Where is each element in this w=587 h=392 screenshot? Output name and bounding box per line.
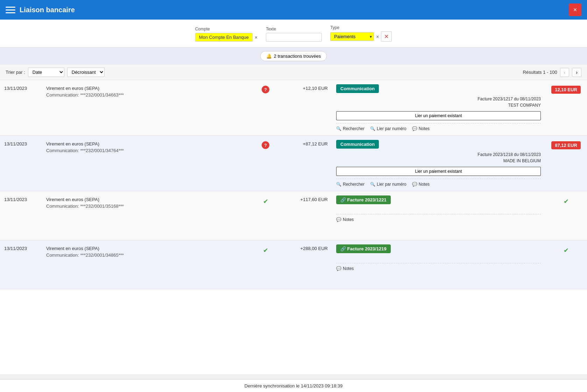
transaction-desc: Virement en euros (SEPA) Communication: … — [42, 240, 255, 289]
search-icon: 🔍 — [336, 126, 341, 131]
transaction-middle: 🔗 Facture 2023/1221 💬 Notes — [332, 191, 545, 240]
header-left: Liaison bancaire — [6, 5, 75, 15]
link-icon: 🔍 — [370, 182, 375, 187]
transaction-middle: 🔗 Facture 2023/1219 💬 Notes — [332, 240, 545, 289]
link-payment-button[interactable]: Lier un paiement existant — [336, 167, 541, 176]
invoice-info: Facture 2023/1218 du 08/11/2023MADE IN B… — [336, 151, 541, 164]
type-label: Type — [330, 25, 392, 30]
table-row: 13/11/2023 Virement en euros (SEPA) Comm… — [0, 240, 587, 289]
results-info: Résultats 1 - 100 — [523, 70, 557, 75]
sort-right: Résultats 1 - 100 ‹ › — [523, 68, 581, 77]
desc-comm: Communication: ***232/0001/34764*** — [46, 148, 251, 153]
status-col: ✔ — [545, 240, 587, 289]
invoice-info: Facture 2023/1217 du 08/11/2023TEST COMP… — [336, 96, 541, 108]
notes-button[interactable]: 💬 Notes — [412, 182, 430, 187]
invoice-badge[interactable]: 🔗 Facture 2023/1219 — [336, 244, 391, 253]
communication-badge: Communication — [336, 140, 379, 149]
bell-icon: 🔔 — [266, 54, 272, 59]
next-page-button[interactable]: › — [572, 68, 581, 77]
transaction-amount: +288,00 EUR — [276, 240, 332, 289]
status-check-icon: ✔ — [564, 198, 569, 205]
action-row: 🔍 Rechercher 🔍 Lier par numéro 💬 Notes — [336, 179, 541, 187]
action-row: 💬 Notes — [336, 263, 541, 271]
notes-icon: 💬 — [412, 126, 417, 131]
trier-par-label: Trier par : — [6, 70, 25, 75]
link-icon: 🔍 — [370, 126, 375, 131]
search-icon: 🔍 — [336, 182, 341, 187]
desc-comm: Communication: ***232/0001/35168*** — [46, 204, 251, 209]
compte-filter-group: Compte Mon Compte En Banque × — [195, 27, 258, 42]
amount-badge: 12,10 EUR — [551, 86, 581, 94]
transaction-middle: Communication Facture 2023/1218 du 08/11… — [332, 136, 545, 191]
action-row: 🔍 Rechercher 🔍 Lier par numéro 💬 Notes — [336, 123, 541, 131]
transaction-desc: Virement en euros (SEPA) Communication: … — [42, 191, 255, 240]
transaction-date: 13/11/2023 — [0, 80, 42, 135]
results-bar: 🔔 2 transactions trouvées — [0, 48, 587, 65]
status-icon-col: ? — [255, 80, 276, 135]
rechercher-button[interactable]: 🔍 Rechercher — [336, 182, 365, 187]
texte-input[interactable] — [266, 33, 322, 42]
desc-comm: Communication: ***232/0001/34865*** — [46, 252, 251, 258]
results-summary-button[interactable]: 🔔 2 transactions trouvées — [260, 51, 327, 61]
close-button[interactable]: × — [569, 3, 581, 16]
type-clear-red-button[interactable]: ✕ — [381, 31, 392, 42]
app-header: Liaison bancaire × — [0, 0, 587, 20]
action-row: 💬 Notes — [336, 214, 541, 222]
question-icon[interactable]: ? — [262, 141, 269, 149]
filters-section: Compte Mon Compte En Banque × Texte Type… — [0, 20, 587, 48]
transaction-desc: Virement en euros (SEPA) Communication: … — [42, 80, 255, 135]
rechercher-button[interactable]: 🔍 Rechercher — [336, 126, 365, 131]
notes-icon: 💬 — [412, 182, 417, 187]
texte-filter-row — [266, 33, 322, 42]
texte-filter-group: Texte — [266, 27, 322, 42]
sort-bar: Trier par : Date Montant Description Déc… — [0, 65, 587, 80]
app-title: Liaison bancaire — [20, 6, 75, 14]
desc-title: Virement en euros (SEPA) — [46, 197, 251, 202]
notes-icon: 💬 — [336, 217, 341, 222]
communication-badge: Communication — [336, 84, 379, 93]
table-row: 13/11/2023 Virement en euros (SEPA) Comm… — [0, 191, 587, 240]
check-icon: ✔ — [263, 198, 268, 205]
lier-par-numero-button[interactable]: 🔍 Lier par numéro — [370, 126, 406, 131]
type-select[interactable]: Paiements Tous Encaissements — [330, 32, 374, 41]
sync-text: Dernière synchronisation le 14/11/2023 0… — [245, 383, 342, 389]
desc-title: Virement en euros (SEPA) — [46, 141, 251, 147]
app-footer: Dernière synchronisation le 14/11/2023 0… — [0, 379, 587, 392]
transaction-middle: Communication Facture 2023/1217 du 08/11… — [332, 80, 545, 135]
compte-value: Mon Compte En Banque — [195, 33, 253, 42]
results-text: 2 transactions trouvées — [274, 54, 321, 59]
status-icon-col: ✔ — [255, 240, 276, 289]
type-filter-row: Paiements Tous Encaissements × ✕ — [330, 31, 392, 42]
transaction-amount: +87,12 EUR — [276, 136, 332, 191]
table-row: 13/11/2023 Virement en euros (SEPA) Comm… — [0, 136, 587, 191]
transaction-date: 13/11/2023 — [0, 191, 42, 240]
link-payment-button[interactable]: Lier un paiement existant — [336, 111, 541, 120]
desc-title: Virement en euros (SEPA) — [46, 246, 251, 251]
compte-clear-button[interactable]: × — [255, 35, 257, 40]
notes-button[interactable]: 💬 Notes — [336, 266, 354, 271]
compte-filter-row: Mon Compte En Banque × — [195, 33, 258, 42]
status-icon-col: ✔ — [255, 191, 276, 240]
prev-page-button[interactable]: ‹ — [560, 68, 570, 77]
type-filter-group: Type Paiements Tous Encaissements × ✕ — [330, 25, 392, 42]
lier-par-numero-button[interactable]: 🔍 Lier par numéro — [370, 182, 406, 187]
desc-comm: Communication: ***232/0001/34663*** — [46, 92, 251, 98]
sort-order-select[interactable]: Décroissant Croissant — [67, 67, 105, 77]
sort-left: Trier par : Date Montant Description Déc… — [6, 67, 105, 77]
status-check-icon: ✔ — [564, 247, 569, 254]
transaction-date: 13/11/2023 — [0, 136, 42, 191]
notes-button[interactable]: 💬 Notes — [412, 126, 430, 131]
notes-icon: 💬 — [336, 266, 341, 271]
texte-label: Texte — [266, 27, 322, 31]
transaction-desc: Virement en euros (SEPA) Communication: … — [42, 136, 255, 191]
type-clear-x[interactable]: × — [376, 34, 379, 40]
amount-badge-col: 12,10 EUR — [545, 80, 587, 135]
amount-badge: 87,12 EUR — [551, 141, 581, 149]
question-icon[interactable]: ? — [262, 86, 269, 93]
transaction-date: 13/11/2023 — [0, 240, 42, 289]
invoice-badge[interactable]: 🔗 Facture 2023/1221 — [336, 195, 391, 204]
menu-icon[interactable] — [6, 5, 15, 15]
desc-title: Virement en euros (SEPA) — [46, 86, 251, 91]
notes-button[interactable]: 💬 Notes — [336, 217, 354, 222]
sort-field-select[interactable]: Date Montant Description — [28, 67, 64, 77]
